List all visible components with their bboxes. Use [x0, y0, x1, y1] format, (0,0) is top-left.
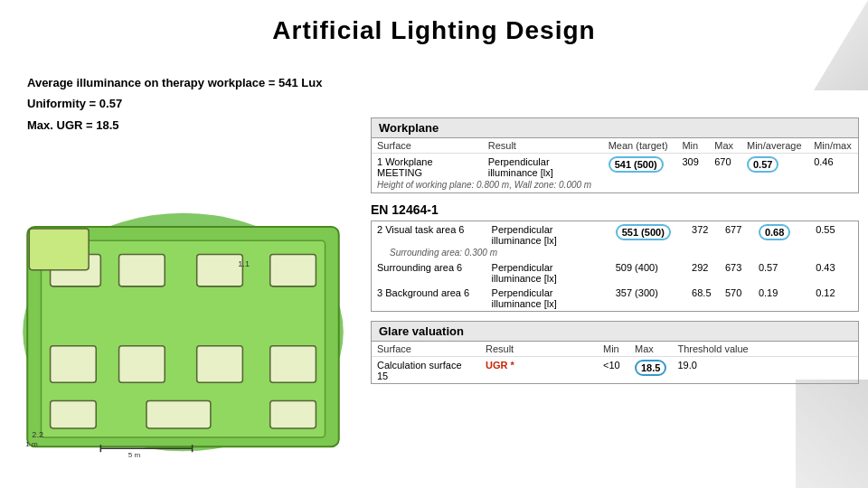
row2-sub: Surrounding area: 0.300 m [372, 248, 858, 260]
glare-table: Surface Result Min Max Threshold value C… [372, 342, 858, 383]
col-header-mean: Mean (target) [603, 138, 677, 154]
glare-col-surface: Surface [372, 342, 480, 357]
glare-row1-threshold: 19.0 [672, 357, 858, 384]
svg-rect-12 [51, 401, 97, 428]
col-header-surface: Surface [372, 138, 483, 154]
workplane-table: Surface Result Mean (target) Min Max Min… [372, 138, 858, 192]
svg-rect-11 [270, 346, 316, 383]
row1-minav: 0.57 [741, 154, 808, 181]
workplane-header: Workplane [372, 118, 858, 138]
glare-col-min: Min [598, 342, 629, 357]
glare-section: Glare valuation Surface Result Min Max T… [371, 321, 859, 384]
svg-rect-15 [29, 229, 89, 270]
svg-text:1.1: 1.1 [238, 259, 250, 268]
glare-row1-max: 18.5 [629, 357, 672, 384]
row2-max: 677 [720, 221, 753, 248]
row2-minav: 0.68 [753, 221, 810, 248]
row1-max: 670 [709, 154, 741, 181]
table-row: Surrounding area 6 Perpendicular illumin… [372, 260, 858, 286]
ugr-max-circle: 18.5 [635, 360, 666, 376]
svg-rect-9 [119, 346, 165, 383]
col-header-max: Max [709, 138, 741, 154]
svg-text:2.2: 2.2 [32, 430, 43, 439]
left-panel: Average illuminance on therapy workplace… [27, 72, 380, 145]
row3-surface: Surrounding area 6 [372, 260, 486, 286]
ugr-label: UGR * [486, 360, 514, 371]
floorplan: 1.1 2.2 2.2 5 m 1 m [9, 199, 357, 461]
glare-col-threshold: Threshold value [672, 342, 858, 357]
svg-text:1 m: 1 m [25, 440, 38, 448]
row1-minmax: 0.46 [808, 154, 858, 181]
table-row: 3 Background area 6 Perpendicular illumi… [372, 286, 858, 311]
en-section: 2 Visual task area 6 Perpendicular illum… [371, 221, 859, 312]
row2-mean: 551 (500) [610, 221, 686, 248]
col-header-result: Result [483, 138, 603, 154]
row3-minmax: 0.43 [810, 260, 858, 286]
row2-surface: 2 Visual task area 6 [372, 221, 486, 248]
row1-result: Perpendicular illuminance [lx] [483, 154, 603, 181]
en-table: 2 Visual task area 6 Perpendicular illum… [372, 221, 858, 311]
table-sub-row: Surrounding area: 0.300 m [372, 248, 858, 260]
table-row: 1 Workplane MEETING Perpendicular illumi… [372, 154, 858, 181]
glare-col-max: Max [629, 342, 672, 357]
row4-minmax: 0.12 [810, 286, 858, 311]
col-header-minav: Min/average [741, 138, 808, 154]
svg-rect-5 [119, 254, 165, 286]
row4-result: Perpendicular illuminance [lx] [486, 286, 610, 311]
row3-mean: 509 (400) [610, 260, 686, 286]
svg-rect-10 [197, 346, 243, 383]
row4-minav: 0.19 [753, 286, 810, 311]
bg-decoration-bottom [796, 380, 868, 488]
row3-minav: 0.57 [753, 260, 810, 286]
row1-mean: 541 (500) [603, 154, 677, 181]
workplane-section: Workplane Surface Result Mean (target) M… [371, 117, 859, 193]
glare-row1-min: <10 [598, 357, 629, 384]
row3-max: 673 [720, 260, 753, 286]
svg-rect-8 [51, 346, 97, 383]
col-header-min: Min [676, 138, 709, 154]
col-header-minmax: Min/max [808, 138, 858, 154]
svg-text:5 m: 5 m [128, 451, 141, 459]
row2-min: 372 [686, 221, 720, 248]
row2-result: Perpendicular illuminance [lx] [486, 221, 610, 248]
row4-max: 570 [720, 286, 753, 311]
glare-header: Glare valuation [372, 322, 858, 342]
illuminance-stat: Average illuminance on therapy workplace… [27, 72, 380, 93]
en-header: EN 12464-1 [371, 202, 859, 217]
row1-min: 309 [676, 154, 709, 181]
table-row: 2 Visual task area 6 Perpendicular illum… [372, 221, 858, 248]
page-title: Artificial Lighting Design [0, 0, 868, 54]
row3-result: Perpendicular illuminance [lx] [486, 260, 610, 286]
svg-rect-13 [146, 401, 211, 428]
svg-rect-7 [270, 254, 316, 286]
table-row: Calculation surface 15 UGR * <10 18.5 19… [372, 357, 858, 384]
row4-min: 68.5 [686, 286, 720, 311]
row4-surface: 3 Background area 6 [372, 286, 486, 311]
stats-block: Average illuminance on therapy workplace… [27, 72, 380, 136]
right-panel: Workplane Surface Result Mean (target) M… [371, 117, 859, 384]
table-sub-row: Height of working plane: 0.800 m, Wall z… [372, 180, 858, 192]
glare-row1-surface: Calculation surface 15 [372, 357, 480, 384]
minav-circle-1: 0.57 [747, 156, 778, 173]
row1-sub: Height of working plane: 0.800 m, Wall z… [372, 180, 858, 192]
minav-circle-2: 0.68 [759, 224, 790, 240]
row4-mean: 357 (300) [610, 286, 686, 311]
glare-row1-result: UGR * [480, 357, 598, 384]
row3-min: 292 [686, 260, 720, 286]
row2-minmax: 0.55 [810, 221, 858, 248]
uniformity-stat: Uniformity = 0.57 [27, 93, 380, 114]
row1-surface: 1 Workplane MEETING [372, 154, 483, 181]
svg-rect-14 [270, 401, 316, 428]
mean-circle-2: 551 (500) [616, 224, 671, 240]
ugr-stat: Max. UGR = 18.5 [27, 115, 380, 136]
mean-circle-1: 541 (500) [609, 156, 664, 173]
svg-rect-6 [197, 254, 243, 286]
glare-col-result: Result [480, 342, 598, 357]
